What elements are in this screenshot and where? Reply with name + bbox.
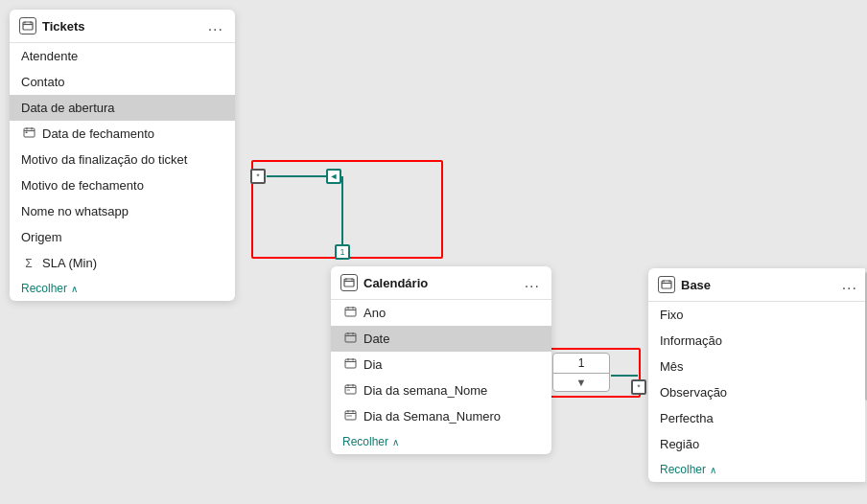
base-item-perfectha[interactable]: Perfectha	[648, 405, 867, 431]
svg-rect-11	[25, 132, 27, 134]
base-item-fixo[interactable]: Fixo	[648, 302, 867, 328]
base-item-regiao[interactable]: Região	[648, 431, 867, 457]
calendario-item-date[interactable]: Date	[331, 326, 551, 352]
canvas: * ◄ 1 1 ▼ *	[0, 0, 867, 504]
base-panel-title: Base	[681, 278, 711, 292]
tickets-item-motivo-fechamento[interactable]: Motivo de fechamento	[10, 172, 235, 198]
calendario-item-dia-semana-numero[interactable]: Dia da Semana_Numero	[331, 403, 551, 429]
cal-icon-ano	[342, 306, 358, 320]
tickets-panel-title: Tickets	[42, 19, 85, 34]
base-item-observacao[interactable]: Observação	[648, 379, 867, 405]
collapse-icon: ∧	[71, 284, 78, 294]
calendario-item-dia[interactable]: Dia	[331, 352, 551, 378]
join-node-chevron[interactable]: ▼	[576, 377, 587, 388]
calendario-panel-title: Calendário	[363, 276, 428, 290]
join-node-controls[interactable]: ▼	[571, 374, 593, 391]
base-panel-body: Fixo Informação Mês Observação Perfectha…	[648, 302, 867, 457]
tickets-item-contato[interactable]: Contato	[10, 69, 235, 95]
calendario-panel-title-group: Calendário	[340, 274, 428, 291]
base-panel-menu[interactable]: ...	[840, 276, 859, 293]
svg-rect-33	[345, 411, 356, 420]
tickets-panel-body: Atendente Contato Data de abertura	[10, 43, 235, 276]
svg-rect-16	[345, 308, 356, 316]
calendar-small-icon	[21, 126, 36, 141]
tickets-item-nome-whatsapp[interactable]: Nome no whatsapp	[10, 198, 235, 224]
base-item-informacao[interactable]: Informação	[648, 328, 867, 354]
calendario-panel-footer[interactable]: Recolher ∧	[331, 429, 551, 454]
tickets-item-data-abertura[interactable]: Data de abertura	[10, 95, 235, 121]
star-handle-top[interactable]: *	[250, 169, 266, 184]
tickets-panel-title-group: Tickets	[19, 17, 85, 34]
tickets-item-data-fechamento[interactable]: Data de fechamento	[10, 121, 235, 147]
calendario-panel-menu[interactable]: ...	[523, 274, 542, 291]
base-panel-header: Base ...	[648, 268, 867, 302]
base-panel-title-group: Base	[658, 276, 711, 293]
calendario-panel-header: Calendário ...	[331, 266, 551, 300]
collapse-icon-3: ∧	[710, 465, 716, 475]
calendario-panel-body: Ano Date	[331, 300, 551, 429]
number-handle-top[interactable]: 1	[335, 244, 350, 260]
base-panel: Base ... Fixo Informação Mês Observação …	[648, 268, 867, 482]
base-item-mes[interactable]: Mês	[648, 354, 867, 379]
collapse-icon-2: ∧	[392, 437, 399, 447]
cal-icon-dia	[342, 357, 358, 372]
tickets-icon	[19, 17, 36, 34]
arrow-handle-top[interactable]: ◄	[326, 169, 341, 184]
join-node[interactable]: 1 ▼	[552, 353, 610, 392]
cal-icon-dsn	[342, 383, 358, 398]
cal-icon-date	[342, 332, 358, 346]
tickets-item-origem[interactable]: Origem	[10, 224, 235, 250]
cal-icon-dsnumero	[342, 409, 358, 424]
calendario-item-dia-semana-nome[interactable]: Dia da semana_Nome	[331, 378, 551, 403]
calendario-panel: Calendário ... Ano	[331, 266, 551, 454]
tickets-item-atendente[interactable]: Atendente	[10, 43, 235, 69]
join-node-value: 1	[553, 354, 609, 374]
calendario-item-ano[interactable]: Ano	[331, 300, 551, 326]
base-panel-footer[interactable]: Recolher ∧	[648, 457, 867, 482]
svg-rect-28	[345, 385, 356, 394]
tickets-panel-menu[interactable]: ...	[206, 17, 225, 34]
sigma-icon: Σ	[21, 257, 36, 270]
svg-rect-20	[345, 333, 356, 342]
calendario-icon	[340, 274, 358, 291]
tickets-item-motivo-finalizacao[interactable]: Motivo da finalização do ticket	[10, 147, 235, 172]
tickets-panel: Tickets ... Atendente Contato Data de ab…	[10, 10, 235, 301]
tickets-item-sla[interactable]: Σ SLA (Min)	[10, 250, 235, 276]
star-handle-bottom[interactable]: *	[631, 379, 646, 395]
tickets-panel-header: Tickets ...	[10, 10, 235, 43]
base-icon	[658, 276, 675, 293]
tickets-panel-footer[interactable]: Recolher ∧	[10, 276, 235, 301]
svg-rect-24	[345, 359, 356, 368]
